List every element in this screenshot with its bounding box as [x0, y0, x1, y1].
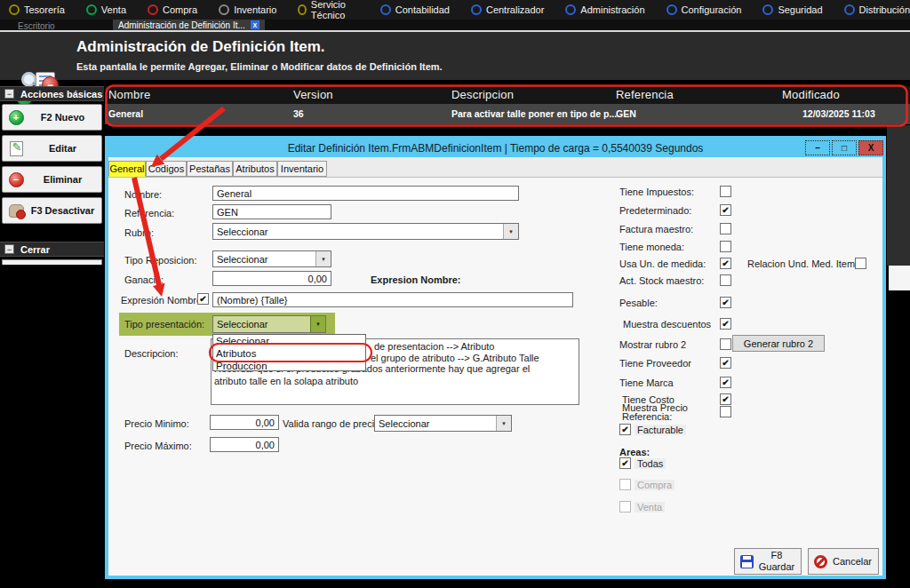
button-label: F3 Desactivar — [29, 205, 101, 216]
relacion-und-med-checkbox[interactable] — [855, 258, 866, 269]
areas-todas-checkbox[interactable]: ✔ — [619, 457, 631, 469]
maximize-icon[interactable]: □ — [832, 140, 857, 155]
areas-todas-label: Todas — [635, 458, 666, 469]
tab-general[interactable]: General — [108, 161, 146, 177]
menu-tesoreria[interactable]: Tesorería — [9, 4, 65, 15]
facturable-checkbox[interactable]: ✔ — [619, 424, 631, 435]
tipo-presentacion-select[interactable]: Seleccionar ▼ — [212, 315, 326, 333]
tipo-reposicion-label: Tipo Reposicion: — [124, 255, 197, 266]
cell-modificado: 12/03/2025 11:03 — [802, 108, 875, 119]
menu-seguridad[interactable]: Seguridad — [762, 4, 822, 15]
chevron-down-icon[interactable]: ▼ — [315, 251, 331, 266]
chevron-down-icon[interactable]: ▼ — [310, 316, 325, 332]
menu-configuracion[interactable]: Configuración — [667, 4, 742, 15]
menu-distribucion[interactable]: Distribución — [844, 4, 910, 15]
predeterminado-checkbox[interactable]: ✔ — [720, 204, 731, 216]
tab-administracion-definicion[interactable]: Administración de Definición It... X — [113, 20, 265, 30]
pesable-checkbox[interactable]: ✔ — [720, 297, 731, 308]
nombre-label: Nombre: — [124, 189, 162, 200]
ganancia-input[interactable]: 0,00 — [212, 271, 331, 286]
dialog-title-bar[interactable]: Editar Definición Item.FrmABMDefinicionI… — [108, 139, 882, 157]
col-referencia[interactable]: Referencia — [616, 88, 674, 101]
tiene-proveedor-checkbox[interactable]: ✔ — [720, 357, 731, 369]
tab-close-icon[interactable]: X — [251, 20, 259, 29]
descripcion-label: Descripcion: — [124, 348, 179, 359]
menu-label: Centralizador — [486, 4, 544, 15]
tesoreria-ring-icon — [9, 4, 20, 15]
tiene-marca-label: Tiene Marca — [619, 377, 674, 388]
partial-hidden-button[interactable] — [2, 259, 102, 265]
expresion-nombre-input[interactable]: (Nombre) {Talle} — [212, 292, 573, 307]
tab-atributos[interactable]: Atributos — [233, 161, 277, 177]
rubro-select[interactable]: Seleccionar ▼ — [212, 223, 519, 240]
menu-venta[interactable]: Venta — [86, 4, 126, 15]
col-version[interactable]: Version — [293, 88, 333, 101]
servicio-ring-icon — [298, 4, 306, 15]
f3-desactivar-button[interactable]: F3 Desactivar — [2, 197, 102, 224]
muestra-precio-checkbox[interactable] — [720, 406, 731, 417]
menu-label: Servicio Técnico — [311, 0, 359, 20]
areas-compra-label: Compra — [635, 480, 675, 490]
col-modificado[interactable]: Modificado — [782, 88, 840, 101]
tiene-moneda-checkbox[interactable] — [720, 241, 731, 252]
col-descripcion[interactable]: Descripcion — [451, 88, 514, 101]
menu-contabilidad[interactable]: Contabilidad — [380, 4, 450, 15]
f2-nuevo-button[interactable]: + F2 Nuevo — [2, 104, 102, 131]
generar-rubro2-button[interactable]: Generar rubro 2 — [732, 335, 825, 352]
collapse-icon[interactable]: − — [4, 89, 14, 99]
factura-maestro-label: Factura maestro: — [619, 224, 693, 234]
descripcion-line-2: el grupo de atributo --> G.Atributo Tall… — [371, 353, 539, 363]
tab-pestanas[interactable]: Pestañas — [187, 161, 233, 177]
tiene-costo-checkbox[interactable]: ✔ — [720, 393, 731, 405]
menu-compra[interactable]: Compra — [148, 4, 197, 15]
cancelar-button[interactable]: Cancelar — [808, 548, 879, 575]
editar-button[interactable]: ✎ Editar — [2, 135, 102, 162]
precio-minimo-input[interactable]: 0,00 — [210, 415, 279, 430]
venta-ring-icon — [86, 4, 97, 15]
tiene-impuestos-checkbox[interactable] — [720, 186, 731, 197]
close-icon[interactable]: X — [858, 140, 883, 155]
option-seleccionar[interactable]: Seleccionar — [213, 335, 365, 347]
eliminar-button[interactable]: − Eliminar — [2, 166, 102, 193]
minimize-icon[interactable]: – — [805, 140, 830, 155]
usa-unidad-medida-checkbox[interactable]: ✔ — [720, 258, 731, 269]
tab-codigos[interactable]: Codigos — [146, 161, 187, 177]
factura-maestro-checkbox[interactable] — [720, 223, 731, 234]
cancel-no-entry-icon — [814, 555, 827, 568]
inventario-ring-icon — [219, 4, 229, 15]
facturable-label: Facturable — [635, 425, 686, 435]
chevron-down-icon[interactable]: ▼ — [503, 224, 518, 239]
menu-label: Inventario — [234, 4, 276, 15]
section-title: Acciones básicas — [20, 89, 102, 99]
col-nombre[interactable]: Nombre — [108, 88, 150, 101]
tipo-reposicion-select[interactable]: Seleccionar ▼ — [212, 250, 331, 267]
areas-compra-checkbox[interactable] — [619, 479, 631, 490]
sidebar-section-acciones[interactable]: − Acciones básicas — [0, 86, 104, 101]
option-produccion[interactable]: Produccion — [213, 360, 365, 372]
chevron-down-icon[interactable]: ▼ — [496, 416, 511, 431]
menu-centralizador[interactable]: Centralizador — [471, 4, 544, 15]
muestra-descuentos-label: Muestra descuentos — [623, 319, 711, 330]
f8-guardar-button[interactable]: F8Guardar — [734, 548, 802, 575]
nombre-input[interactable]: General — [212, 186, 519, 201]
sidebar-section-cerrar[interactable]: − Cerrar — [0, 242, 104, 257]
tipo-presentacion-dropdown-list: Seleccionar Atributos Produccion — [212, 334, 366, 371]
areas-venta-checkbox[interactable] — [619, 501, 631, 513]
collapse-icon[interactable]: − — [4, 244, 14, 254]
tab-inventario[interactable]: Inventario — [277, 161, 327, 177]
mostrar-rubro2-checkbox[interactable] — [720, 338, 731, 350]
menu-label: Venta — [101, 4, 126, 15]
referencia-input[interactable]: GEN — [212, 204, 331, 219]
precio-maximo-input[interactable]: 0,00 — [210, 437, 279, 452]
menu-label: Tesorería — [24, 4, 65, 15]
muestra-descuentos-checkbox[interactable]: ✔ — [720, 318, 731, 330]
menu-administracion[interactable]: Administración — [565, 4, 644, 15]
valida-rango-select[interactable]: Seleccionar ▼ — [374, 415, 512, 432]
application-window: Tesorería Venta Compra Inventario Servic… — [0, 0, 910, 588]
menu-inventario[interactable]: Inventario — [219, 4, 276, 15]
expresion-nombre-checkbox[interactable]: ✔ — [197, 293, 209, 305]
tiene-marca-checkbox[interactable]: ✔ — [720, 377, 731, 388]
act-stock-maestro-checkbox[interactable] — [720, 274, 731, 286]
option-atributos[interactable]: Atributos — [213, 347, 365, 360]
menu-servicio-tecnico[interactable]: Servicio Técnico — [298, 0, 358, 20]
